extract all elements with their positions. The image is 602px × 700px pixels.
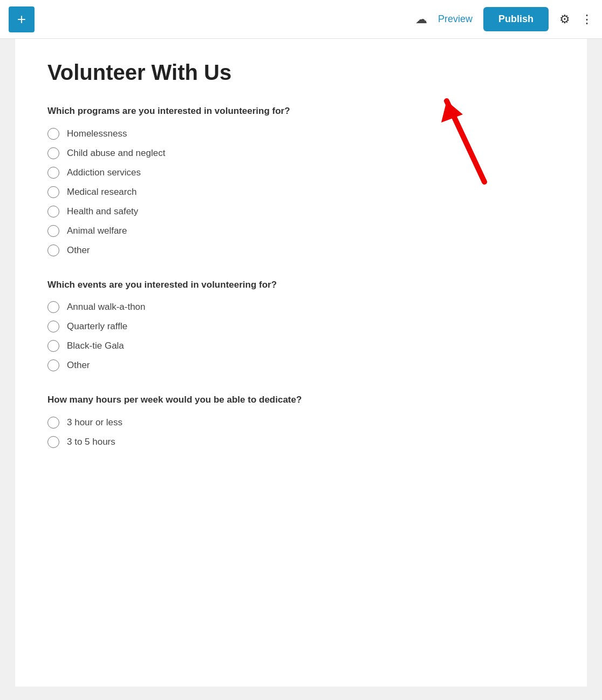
main-content: Volunteer With Us Which programs are you… (15, 39, 587, 687)
radio-3-or-less[interactable] (47, 417, 59, 429)
radio-animal-welfare[interactable] (47, 225, 59, 237)
radio-walkathon[interactable] (47, 301, 59, 313)
radio-gala[interactable] (47, 340, 59, 352)
option-other-q1-label[interactable]: Other (67, 245, 90, 256)
question-3-label: How many hours per week would you be abl… (47, 393, 555, 407)
radio-medical[interactable] (47, 186, 59, 198)
list-item: Animal welfare (47, 225, 555, 237)
list-item: Homelessness (47, 128, 555, 140)
option-animal-welfare-label[interactable]: Animal welfare (67, 226, 127, 236)
question-section-1: Which programs are you interested in vol… (47, 104, 555, 256)
list-item: Quarterly raffle (47, 321, 555, 332)
option-medical-label[interactable]: Medical research (67, 187, 136, 198)
list-item: Annual walk-a-thon (47, 301, 555, 313)
question-section-3: How many hours per week would you be abl… (47, 393, 555, 448)
radio-addiction[interactable] (47, 167, 59, 179)
nav-right: ☁ Preview Publish ⚙ ⋮ (415, 7, 593, 31)
list-item: Other (47, 244, 555, 256)
navbar: + ☁ Preview Publish ⚙ ⋮ (0, 0, 602, 39)
radio-child-abuse[interactable] (47, 147, 59, 159)
radio-raffle[interactable] (47, 321, 59, 332)
list-item: Addiction services (47, 167, 555, 179)
list-item: Child abuse and neglect (47, 147, 555, 159)
more-options-icon[interactable]: ⋮ (581, 12, 593, 26)
radio-health-safety[interactable] (47, 206, 59, 218)
option-gala-label[interactable]: Black-tie Gala (67, 341, 124, 351)
radio-homelessness[interactable] (47, 128, 59, 140)
question-section-2: Which events are you interested in volun… (47, 278, 555, 372)
radio-other-q1[interactable] (47, 244, 59, 256)
option-other-q2-label[interactable]: Other (67, 360, 90, 371)
option-3-to-5-label[interactable]: 3 to 5 hours (67, 437, 115, 447)
list-item: Health and safety (47, 206, 555, 218)
add-button[interactable]: + (9, 6, 35, 32)
list-item: Medical research (47, 186, 555, 198)
radio-3-to-5[interactable] (47, 436, 59, 448)
option-3-or-less-label[interactable]: 3 hour or less (67, 417, 122, 428)
option-child-abuse-label[interactable]: Child abuse and neglect (67, 148, 165, 159)
option-raffle-label[interactable]: Quarterly raffle (67, 321, 127, 332)
option-addiction-label[interactable]: Addiction services (67, 167, 141, 178)
question-2-label: Which events are you interested in volun… (47, 278, 555, 292)
option-walkathon-label[interactable]: Annual walk-a-thon (67, 302, 146, 312)
list-item: Black-tie Gala (47, 340, 555, 352)
option-health-safety-label[interactable]: Health and safety (67, 206, 138, 217)
publish-button[interactable]: Publish (483, 7, 549, 31)
option-homelessness-label[interactable]: Homelessness (67, 128, 127, 139)
preview-link[interactable]: Preview (438, 13, 473, 25)
list-item: 3 hour or less (47, 417, 555, 429)
gear-icon[interactable]: ⚙ (559, 12, 570, 26)
cloud-icon[interactable]: ☁ (415, 12, 427, 26)
radio-other-q2[interactable] (47, 359, 59, 371)
question-1-label: Which programs are you interested in vol… (47, 104, 555, 118)
list-item: 3 to 5 hours (47, 436, 555, 448)
form-title: Volunteer With Us (47, 60, 555, 85)
list-item: Other (47, 359, 555, 371)
